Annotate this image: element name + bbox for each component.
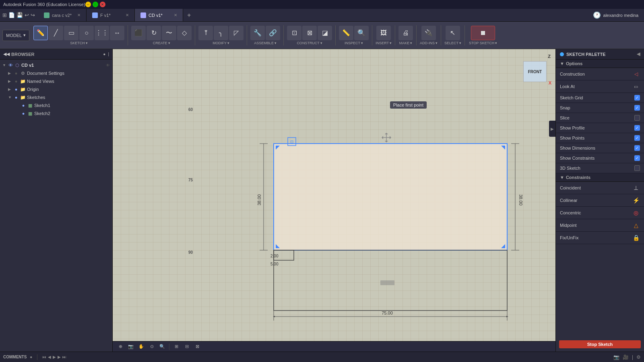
loft-button[interactable]: ◇: [177, 26, 192, 40]
midpoint-icon[interactable]: △: [632, 221, 640, 229]
tree-sketch1-item[interactable]: ▶ ● ▦ Sketch1: [0, 101, 112, 109]
tree-sketches-arrow: ▼: [8, 95, 12, 99]
dimension-tool-button[interactable]: ↔: [110, 26, 124, 40]
tab-cdv1[interactable]: CD v1* ✕: [135, 9, 183, 21]
tree-named-views-item[interactable]: ▶ ● 📁 Named Views: [0, 77, 112, 85]
collinear-icon[interactable]: ⚡: [632, 196, 640, 204]
minimize-button[interactable]: ─: [85, 2, 91, 7]
fix-unfix-icon[interactable]: 🔒: [632, 234, 640, 242]
camera-btn[interactable]: 📷: [126, 343, 135, 351]
palette-options-header[interactable]: ▼ Options: [556, 60, 644, 68]
addins-dropdown-icon[interactable]: ▾: [436, 41, 438, 45]
construct-dropdown-icon[interactable]: ▾: [320, 41, 322, 45]
palette-collapse-button[interactable]: ◀: [637, 51, 640, 57]
tree-sketches-item[interactable]: ▼ ● 📁 Sketches: [0, 93, 112, 101]
pan-btn[interactable]: ✋: [137, 343, 146, 351]
fillet-button[interactable]: ╮: [214, 26, 228, 40]
3dprint-button[interactable]: 🖨: [398, 26, 413, 40]
maximize-button[interactable]: □: [93, 2, 98, 7]
inspect-dropdown-icon[interactable]: ▾: [361, 41, 363, 45]
browser-collapse-icon[interactable]: ◀◀: [3, 51, 10, 57]
sketch-dropdown-icon[interactable]: ▾: [86, 41, 88, 45]
tree-origin-item[interactable]: ▶ ● 📁 Origin: [0, 85, 112, 93]
midplane-button[interactable]: ⊠: [302, 26, 317, 40]
next-end-btn[interactable]: ⏭: [62, 355, 66, 359]
footer-settings-icon[interactable]: ⚙: [636, 354, 641, 360]
sweep-button[interactable]: 〜: [162, 26, 176, 40]
new-tab-button[interactable]: +: [183, 9, 195, 21]
stop-sketch-button[interactable]: Stop Sketch: [559, 340, 641, 348]
show-profile-checkbox[interactable]: [634, 125, 640, 131]
show-points-checkbox[interactable]: [634, 135, 640, 141]
view-cube-front-face[interactable]: FRONT: [523, 61, 547, 82]
zoom-tools-btn[interactable]: 🔍: [158, 343, 167, 351]
display-settings-btn[interactable]: ⊞: [172, 343, 181, 351]
concentric-icon[interactable]: ◎: [632, 209, 640, 217]
prev-btn[interactable]: ◀: [48, 355, 51, 359]
snap-toggle-btn[interactable]: ⊕: [116, 343, 125, 351]
insert-dropdown-icon[interactable]: ▾: [390, 41, 392, 45]
next-btn[interactable]: ▶: [58, 355, 61, 359]
show-dimensions-checkbox[interactable]: [634, 145, 640, 151]
modify-dropdown-icon[interactable]: ▾: [227, 41, 229, 45]
view-cube[interactable]: Z FRONT X: [519, 53, 551, 85]
undo-icon[interactable]: ↩: [25, 12, 29, 18]
tree-root-item[interactable]: ▼ 👁 ⬡ CD v1 👁: [0, 61, 112, 69]
revolve-button[interactable]: ↻: [147, 26, 161, 40]
view-settings-btn[interactable]: ⊠: [193, 343, 202, 351]
timeline-marker[interactable]: |: [632, 354, 633, 360]
show-constraints-checkbox[interactable]: [634, 155, 640, 161]
stop-sketch-dropdown-icon[interactable]: ▾: [495, 41, 497, 45]
grid-settings-btn[interactable]: ⊟: [182, 343, 191, 351]
circle-tool-button[interactable]: ○: [79, 26, 94, 40]
tab-cara[interactable]: cara c v2* ✕: [38, 9, 87, 21]
new-component-button[interactable]: 🔧: [250, 26, 265, 40]
app-menu-icon[interactable]: ⊞: [2, 12, 7, 18]
angle-plane-button[interactable]: ◪: [318, 26, 332, 40]
chamfer-button[interactable]: ◸: [229, 26, 244, 40]
offset-plane-button[interactable]: ⊡: [287, 26, 301, 40]
zoom-fit-btn[interactable]: ⊙: [147, 343, 156, 351]
select-button[interactable]: ↖: [446, 26, 460, 40]
create-dropdown-icon[interactable]: ▾: [168, 41, 170, 45]
tab-close-cara[interactable]: ✕: [77, 13, 80, 17]
palette-constraints-header[interactable]: ▼ Constraints: [556, 173, 644, 182]
browser-expand-icon[interactable]: |: [108, 52, 109, 56]
tree-sketch2-item[interactable]: ▶ ● ▦ Sketch2: [0, 109, 112, 117]
coincident-icon[interactable]: ⊥: [632, 184, 640, 192]
rectangle-tool-button[interactable]: ▭: [64, 26, 78, 40]
pattern-tool-button[interactable]: ⋮⋮: [95, 26, 109, 40]
tree-doc-settings-item[interactable]: ▶ ● ⚙ Document Settings: [0, 69, 112, 77]
save-icon[interactable]: 💾: [17, 12, 23, 18]
construction-icon-btn[interactable]: ◁: [632, 70, 640, 78]
press-pull-button[interactable]: ⤒: [198, 26, 213, 40]
x-axis-label: X: [549, 80, 551, 85]
addins-button[interactable]: 🔌: [421, 26, 436, 40]
look-at-icon-btn[interactable]: ▭: [632, 82, 640, 90]
sketch-tool-button[interactable]: ✏️: [33, 26, 48, 40]
file-menu-icon[interactable]: 📄: [8, 12, 15, 18]
make-dropdown-icon[interactable]: ▾: [410, 41, 412, 45]
extrude-button[interactable]: ⬛: [131, 26, 146, 40]
measure-button[interactable]: 📏: [339, 26, 353, 40]
sketch-grid-checkbox[interactable]: [634, 95, 640, 101]
stop-sketch-toolbar-button[interactable]: ⏹: [471, 26, 495, 40]
close-button[interactable]: ✕: [100, 2, 105, 7]
redo-icon[interactable]: ↪: [31, 12, 35, 18]
assemble-dropdown-icon[interactable]: ▾: [275, 41, 277, 45]
play-btn[interactable]: ▶: [53, 355, 56, 359]
tab-fv1[interactable]: F v1* ✕: [87, 9, 135, 21]
snap-checkbox[interactable]: [634, 105, 640, 111]
inspect-extra-button[interactable]: 🔍: [354, 26, 369, 40]
insert-svg-button[interactable]: 🖼: [376, 26, 391, 40]
line-tool-button[interactable]: ╱: [49, 26, 63, 40]
joint-button[interactable]: 🔗: [266, 26, 280, 40]
3d-sketch-checkbox[interactable]: [634, 165, 640, 171]
slice-checkbox[interactable]: [634, 115, 640, 121]
viewport[interactable]: 60 75 90 75.00 38.00 38.00: [113, 49, 555, 352]
select-dropdown-icon[interactable]: ▾: [459, 41, 461, 45]
tab-close-cdv1[interactable]: ✕: [174, 13, 177, 17]
mode-selector[interactable]: MODEL ▾: [2, 30, 29, 41]
tab-close-fv1[interactable]: ✕: [126, 13, 129, 17]
prev-start-btn[interactable]: ⏮: [42, 355, 46, 359]
